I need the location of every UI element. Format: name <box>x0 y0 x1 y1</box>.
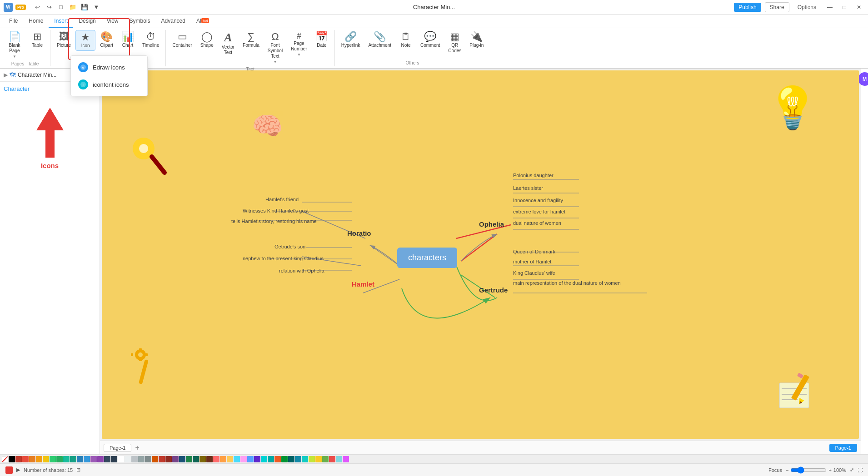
tab-home[interactable]: Home <box>23 15 49 28</box>
palette-color-#eb4d4b[interactable] <box>329 456 335 462</box>
blank-page-button[interactable]: 📄 BlankPage ▼ <box>3 30 26 60</box>
palette-color-#5f27cd[interactable] <box>254 456 260 462</box>
palette-color-#1289A7[interactable] <box>295 456 301 462</box>
palette-color-#3498db[interactable] <box>84 456 90 462</box>
clipart-button[interactable]: 🎨 Clipart <box>96 30 117 50</box>
palette-color-#e74c3c[interactable] <box>22 456 29 462</box>
add-page-button[interactable]: + <box>135 444 139 452</box>
palette-color-#48dbfb[interactable] <box>234 456 240 462</box>
restore-button[interactable]: □ <box>839 2 850 13</box>
fit-page-button[interactable]: ⤢ <box>850 467 854 473</box>
tab-symbols[interactable]: Symbols <box>124 15 156 28</box>
zoom-slider[interactable] <box>790 466 827 474</box>
palette-color-#8e44ad[interactable] <box>97 456 104 462</box>
palette-color-#6ab04c[interactable] <box>322 456 329 462</box>
attachment-button[interactable]: 📎 Attachment <box>364 30 395 50</box>
palette-color-#922b21[interactable] <box>165 456 172 462</box>
page-tab-1-main[interactable]: Page-1 <box>829 444 857 452</box>
tab-advanced[interactable]: Advanced <box>156 15 191 28</box>
palette-color-#ff9ff3[interactable] <box>240 456 247 462</box>
palette-color-#00d2d3[interactable] <box>261 456 267 462</box>
palette-color-#c0392b[interactable] <box>159 456 165 462</box>
palette-color-#16a085[interactable] <box>70 456 76 462</box>
formula-button[interactable]: ∑ Formula <box>239 30 263 50</box>
page-tab-1-left[interactable]: Page-1 <box>104 444 131 452</box>
palette-color-#C4E538[interactable] <box>309 456 315 462</box>
iconfont-icons-option[interactable]: i iconfont icons <box>71 76 147 93</box>
page-icon[interactable] <box>5 466 13 474</box>
plugin-button[interactable]: 🔌 Plug-in <box>466 30 487 50</box>
palette-color-#ee5a24[interactable] <box>274 456 281 462</box>
transparent-color[interactable] <box>2 456 8 462</box>
open-button[interactable]: 📁 <box>68 2 78 12</box>
comment-button[interactable]: 💬 Comment <box>417 30 444 50</box>
qr-codes-button[interactable]: ▦ QRCodes <box>444 30 465 55</box>
palette-color-#0e6655[interactable] <box>193 456 199 462</box>
date-button[interactable]: 📅 Date <box>312 30 332 50</box>
palette-color-#ff6b6b[interactable] <box>213 456 219 462</box>
palette-color-#F9Ca24[interactable] <box>315 456 322 462</box>
page-indicator[interactable]: ▶ <box>16 467 20 473</box>
share-button[interactable]: Share <box>765 2 789 12</box>
shape-button[interactable]: ◯ Shape <box>197 30 217 50</box>
palette-color-#54a0ff[interactable] <box>247 456 254 462</box>
fullscreen-button[interactable]: ⛶ <box>858 467 863 473</box>
palette-color-#e056fd[interactable] <box>343 456 349 462</box>
palette-color-#ffffff[interactable] <box>118 456 124 462</box>
palette-color-#1abc9c[interactable] <box>63 456 70 462</box>
tab-design[interactable]: Design <box>73 15 101 28</box>
palette-color-#2ecc71[interactable] <box>50 456 56 462</box>
tab-file[interactable]: File <box>4 15 23 28</box>
tab-ai[interactable]: AI hot <box>191 15 215 28</box>
more-quick-access-button[interactable]: ▼ <box>91 2 101 12</box>
icon-button[interactable]: ★ Icon <box>75 30 95 51</box>
minimize-button[interactable]: — <box>824 2 835 13</box>
hyperlink-button[interactable]: 🔗 Hyperlink <box>338 30 364 50</box>
palette-color-#e67e22[interactable] <box>29 456 35 462</box>
container-button[interactable]: ▭ Container <box>169 30 195 50</box>
edraw-icons-option[interactable]: e Edraw icons <box>71 59 147 76</box>
palette-color-#feca57[interactable] <box>227 456 233 462</box>
picture-button[interactable]: 🖼 Picture <box>53 30 75 50</box>
font-symbol-button[interactable]: Ω FontSymbolText ▼ <box>264 30 286 66</box>
options-button[interactable]: Options <box>793 3 821 12</box>
palette-color-#1e8449[interactable] <box>186 456 192 462</box>
palette-color-#7f8c8d[interactable] <box>145 456 151 462</box>
palette-color-#12CBC4[interactable] <box>302 456 308 462</box>
palette-color-#f39c12[interactable] <box>36 456 42 462</box>
palette-color-#76448a[interactable] <box>172 456 179 462</box>
center-node[interactable]: characters <box>397 248 457 268</box>
palette-color-#7ed6df[interactable] <box>336 456 342 462</box>
palette-color-#006266[interactable] <box>288 456 294 462</box>
palette-color-#009432[interactable] <box>281 456 288 462</box>
vector-text-button[interactable]: A VectorText <box>218 30 238 57</box>
palette-color-#27ae60[interactable] <box>56 456 63 462</box>
zoom-in-button[interactable]: + <box>828 467 831 473</box>
palette-color-#7d6608[interactable] <box>200 456 206 462</box>
palette-color-#01aaa5[interactable] <box>268 456 274 462</box>
mind-map-canvas[interactable]: 💡 🧠 <box>102 70 859 439</box>
palette-color-#2980b9[interactable] <box>77 456 83 462</box>
panel-expand-button[interactable]: ▶ <box>4 72 8 78</box>
palette-color-#9b59b6[interactable] <box>90 456 97 462</box>
palette-color-#34495e[interactable] <box>104 456 110 462</box>
save-button[interactable]: 💾 <box>80 2 90 12</box>
palette-color-#bdc3c7[interactable] <box>131 456 138 462</box>
tab-view[interactable]: View <box>101 15 124 28</box>
palette-color-#000000[interactable] <box>9 456 15 462</box>
note-button[interactable]: 🗒 Note <box>396 30 416 50</box>
publish-button[interactable]: Publish <box>734 3 761 12</box>
tab-insert[interactable]: Insert <box>49 15 73 28</box>
redo-button[interactable]: ↪ <box>44 2 54 12</box>
palette-color-#6e2f1a[interactable] <box>206 456 213 462</box>
palette-color-#2c3e50[interactable] <box>111 456 117 462</box>
palette-color-#1a5276[interactable] <box>179 456 185 462</box>
palette-color-#ecf0f1[interactable] <box>125 456 131 462</box>
page-number-button[interactable]: # PageNumber ▼ <box>287 30 311 59</box>
zoom-out-button[interactable]: − <box>786 467 788 473</box>
palette-color-#c0392b[interactable] <box>15 456 22 462</box>
new-button[interactable]: □ <box>56 2 66 12</box>
palette-color-#f1c40f[interactable] <box>43 456 49 462</box>
palette-color-#95a5a6[interactable] <box>138 456 145 462</box>
close-button[interactable]: ✕ <box>853 2 864 13</box>
